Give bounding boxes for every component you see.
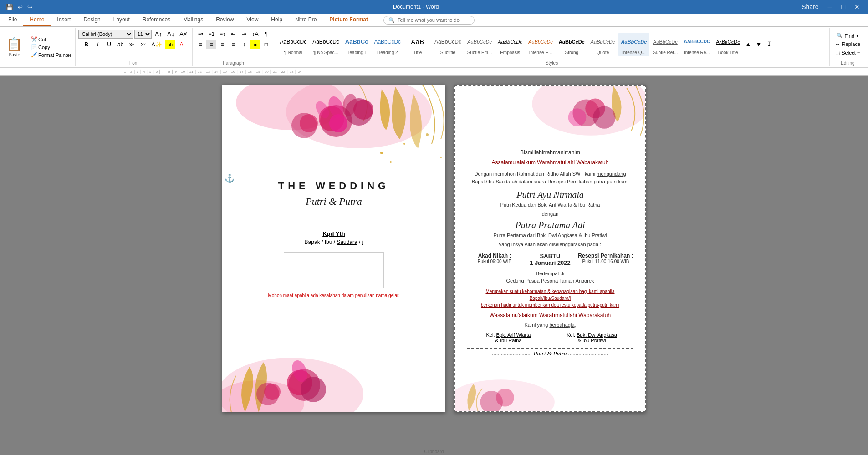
select-icon: ⬚ — [835, 50, 840, 56]
styles-scroll-down[interactable]: ▼ — [754, 40, 764, 49]
family-left-2: & Ibu Ratna — [467, 338, 550, 343]
tab-nitro[interactable]: Nitro Pro — [289, 14, 323, 26]
copy-button[interactable]: 📄 Copy — [29, 44, 73, 51]
wassalamu-text: Wassalamu'alaikum Warahmatullahi Wabarak… — [467, 312, 633, 318]
multilevel-btn[interactable]: ≡↕ — [217, 30, 227, 39]
undo-quick-btn[interactable]: ↩ — [16, 3, 24, 11]
style-intense-re[interactable]: AaBbCcDc Intense Re... — [681, 33, 713, 56]
find-button[interactable]: 🔍 Find ▾ — [834, 32, 862, 40]
redo-quick-btn[interactable]: ↪ — [26, 3, 34, 11]
decrease-indent-btn[interactable]: ⇤ — [228, 30, 238, 39]
bertempat-label: Bertempat di — [467, 271, 633, 276]
para-list-row: ≡• ≡1 ≡↕ ⇤ ⇥ ↕A ¶ — [195, 30, 271, 39]
svg-point-12 — [380, 152, 383, 154]
superscript-btn[interactable]: x² — [138, 40, 148, 49]
search-icon: 🔍 — [388, 17, 395, 23]
style-quote[interactable]: AaBbCcDc Quote — [588, 33, 618, 56]
tab-mailings[interactable]: Mailings — [177, 14, 209, 26]
svg-point-32 — [496, 389, 514, 407]
style-no-spacing[interactable]: AaBbCcDc ¶ No Spac... — [310, 33, 342, 56]
highlight-btn[interactable]: ab — [165, 40, 175, 49]
styles-scroll-up[interactable]: ▲ — [743, 40, 753, 49]
tab-references[interactable]: References — [136, 14, 177, 26]
style-book-title[interactable]: AaBbCcDc Book Title — [713, 33, 743, 56]
clipboard-group: 📋 Paste ✂️ Cut 📄 Copy 🖌️ Format Painter — [2, 28, 76, 66]
share-btn[interactable]: Share — [798, 2, 822, 11]
style-intense-q[interactable]: AaBbCcDc Intense Q... — [618, 33, 650, 56]
address-section: Kpd Yth Bapak / Ibu / Saudara / i Mohon … — [231, 230, 436, 298]
font-family-select[interactable]: Calibri (Body) — [78, 30, 133, 39]
grow-font-btn[interactable]: A↑ — [153, 30, 164, 39]
increase-indent-btn[interactable]: ⇥ — [239, 30, 249, 39]
maximize-btn[interactable]: □ — [838, 2, 849, 11]
akad-title: Akad Nikah : — [467, 253, 522, 259]
subscript-btn[interactable]: x₂ — [127, 40, 137, 49]
strikethrough-btn[interactable]: ab — [116, 40, 126, 49]
tab-home[interactable]: Home — [23, 14, 51, 26]
align-center-btn[interactable]: ≡ — [206, 40, 216, 49]
select-button[interactable]: ⬚ Select ~ — [832, 49, 863, 56]
font-color-btn[interactable]: A — [177, 40, 187, 49]
font-group: Calibri (Body) 11 A↑ A↓ A✕ B I U ab x₂ x… — [76, 28, 193, 66]
tab-layout[interactable]: Layout — [107, 14, 136, 26]
numbering-btn[interactable]: ≡1 — [206, 30, 216, 39]
style-heading1[interactable]: AaBbCc Heading 1 — [342, 33, 371, 56]
underline-button[interactable]: U — [104, 40, 114, 49]
cut-button[interactable]: ✂️ Cut — [29, 36, 73, 43]
italic-button[interactable]: I — [93, 40, 103, 49]
resepsi-pukul: Pukul 11.00-16.00 WIB — [578, 259, 633, 264]
copy-icon: 📄 — [31, 44, 37, 50]
find-icon: 🔍 — [837, 33, 843, 39]
style-heading2[interactable]: AaBbCcDc Heading 2 — [371, 33, 403, 56]
styles-more[interactable]: ↧ — [764, 40, 774, 49]
tab-insert[interactable]: Insert — [51, 14, 77, 26]
tab-review[interactable]: Review — [209, 14, 240, 26]
svg-point-28 — [593, 106, 616, 129]
align-right-btn[interactable]: ≡ — [217, 40, 227, 49]
justify-btn[interactable]: ≡ — [228, 40, 238, 49]
show-para-btn[interactable]: ¶ — [261, 30, 271, 39]
tab-picture-format[interactable]: Picture Format — [323, 14, 374, 26]
sort-btn[interactable]: ↕A — [250, 30, 260, 39]
align-left-btn[interactable]: ≡ — [195, 40, 205, 49]
close-btn[interactable]: ✕ — [851, 2, 863, 11]
tab-file[interactable]: File — [2, 14, 23, 26]
date-col: SABTU 1 Januari 2022 — [522, 253, 578, 266]
minimize-btn[interactable]: ─ — [824, 2, 836, 11]
bold-button[interactable]: B — [82, 40, 92, 49]
main-area: ⚓ THE WEDDING Putri & Putra Kpd Yth Bapa… — [0, 76, 868, 455]
border-btn[interactable]: □ — [261, 40, 271, 49]
tab-help[interactable]: Help — [265, 14, 289, 26]
shrink-font-btn[interactable]: A↓ — [165, 30, 176, 39]
style-normal[interactable]: AaBbCcDc ¶ Normal — [277, 33, 309, 56]
editing-group: 🔍 Find ▾ ↔ Replace ⬚ Select ~ Editing — [830, 28, 866, 66]
style-subtle-em[interactable]: AaBbCcDc Subtle Em... — [465, 33, 495, 56]
line-spacing-btn[interactable]: ↕ — [239, 40, 249, 49]
replace-icon: ↔ — [835, 41, 840, 47]
replace-button[interactable]: ↔ Replace — [832, 40, 863, 48]
dengan-text: Dengan memohon Rahmat dan Ridho Allah SW… — [467, 170, 633, 185]
text-effect-btn[interactable]: A✨ — [150, 40, 164, 49]
style-title[interactable]: AaB Title — [404, 33, 431, 56]
font-size-select[interactable]: 11 — [134, 30, 152, 39]
tab-design[interactable]: Design — [77, 14, 107, 26]
save-quick-btn[interactable]: 💾 — [5, 3, 15, 11]
format-painter-button[interactable]: 🖌️ Format Painter — [29, 51, 73, 58]
name-input-box[interactable] — [284, 252, 384, 288]
tab-view[interactable]: View — [240, 14, 265, 26]
style-intense-e[interactable]: AaBbCcDc Intense E... — [526, 33, 556, 56]
kpd-to: Bapak / Ibu / Saudara / i — [231, 239, 436, 245]
style-subtle-ref[interactable]: AaBbCcDc Subtle Ref... — [650, 33, 680, 56]
ribbon-tabs: File Home Insert Design Layout Reference… — [0, 14, 868, 27]
clear-format-btn[interactable]: A✕ — [178, 30, 189, 39]
tell-me-box[interactable]: 🔍 Tell me what you want to do — [383, 16, 475, 25]
svg-point-29 — [568, 108, 587, 126]
bullets-btn[interactable]: ≡• — [195, 30, 205, 39]
akad-col: Akad Nikah : Pukul 09:00 WIB — [467, 253, 522, 264]
resepsi-col: Resepsi Pernikahan : Pukul 11.00-16.00 W… — [578, 253, 633, 264]
style-strong[interactable]: AaBbCcDc Strong — [556, 33, 587, 56]
style-subtitle[interactable]: AaBbCcDc Subtitle — [432, 33, 464, 56]
paste-button[interactable]: 📋 Paste — [4, 35, 25, 59]
shading-btn[interactable]: ■ — [250, 40, 260, 49]
style-emphasis[interactable]: AaBbCcDc Emphasis — [495, 33, 525, 56]
